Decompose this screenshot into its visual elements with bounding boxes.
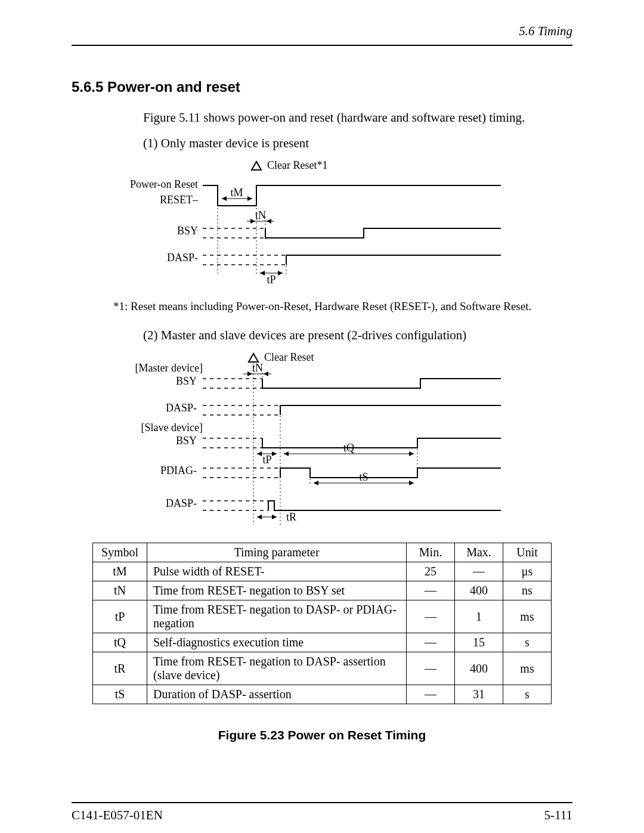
th-max: Max. xyxy=(455,543,503,562)
cell-min: — xyxy=(407,581,455,600)
cell-param: Pulse width of RESET- xyxy=(147,562,407,581)
svg-marker-8 xyxy=(250,219,255,224)
cell-min: — xyxy=(407,633,455,652)
d1-reset-minus: RESET– xyxy=(160,194,199,206)
th-unit: Unit xyxy=(503,543,552,562)
d1-bsy: BSY xyxy=(177,225,198,237)
timing-diagram-2: Clear Reset [Master device] BSY tN DASP-… xyxy=(119,349,525,528)
d1-clear-reset: Clear Reset*1 xyxy=(267,159,327,171)
cell-unit: ns xyxy=(503,581,552,600)
svg-marker-0 xyxy=(252,162,261,170)
svg-marker-27 xyxy=(409,451,414,456)
cell-param: Self-diagnostics execution time xyxy=(147,633,407,652)
table-row: tSDuration of DASP- assertion—31s xyxy=(93,685,552,704)
figure-caption: Figure 5.23 Power on Reset Timing xyxy=(72,728,572,742)
cell-min: — xyxy=(407,652,455,685)
svg-marker-33 xyxy=(257,515,262,519)
cell-symbol: tM xyxy=(93,562,147,581)
th-min: Min. xyxy=(407,543,455,562)
table-row: tMPulse width of RESET-25—μs xyxy=(93,562,552,581)
d2-slave: [Slave device] xyxy=(141,422,203,433)
cell-symbol: tS xyxy=(93,685,147,704)
cell-max: 31 xyxy=(455,685,503,704)
d2-tN: tN xyxy=(252,362,263,374)
table-row: tQSelf-diagnostics execution time—15s xyxy=(93,633,552,652)
svg-marker-19 xyxy=(264,371,268,376)
cell-param: Duration of DASP- assertion xyxy=(147,685,407,704)
d2-clear-reset: Clear Reset xyxy=(264,351,314,363)
intro-text: Figure 5.11 shows power-on and reset (ha… xyxy=(143,110,572,125)
svg-marker-18 xyxy=(247,371,252,376)
table-row: tPTime from RESET- negation to DASP- or … xyxy=(93,600,552,633)
d1-tN: tN xyxy=(255,209,266,221)
d2-dasp-m: DASP- xyxy=(166,402,197,414)
d2-master: [Master device] xyxy=(135,362,203,374)
cell-min: 25 xyxy=(407,562,455,581)
header-section: 5.6 Timing xyxy=(72,24,572,39)
svg-marker-34 xyxy=(272,515,277,519)
cell-unit: s xyxy=(503,633,552,652)
svg-marker-26 xyxy=(284,451,289,456)
cell-unit: s xyxy=(503,685,552,704)
case1-label: (1) Only master device is present xyxy=(143,136,572,151)
cell-unit: ms xyxy=(503,600,552,633)
svg-marker-4 xyxy=(222,196,227,201)
d1-tM: tM xyxy=(230,187,243,199)
cell-symbol: tP xyxy=(93,600,147,633)
cell-symbol: tQ xyxy=(93,633,147,652)
note-1: *1: Reset means including Power-on-Reset… xyxy=(113,300,572,313)
header-rule xyxy=(72,45,572,46)
d2-pdiag: PDIAG- xyxy=(160,465,197,476)
th-param: Timing parameter xyxy=(147,543,407,562)
section-heading: 5.6.5 Power-on and reset xyxy=(72,79,572,95)
svg-marker-9 xyxy=(267,219,271,224)
table-row: tNTime from RESET- negation to BSY set—4… xyxy=(93,581,552,600)
d2-bsy-m: BSY xyxy=(176,375,197,387)
d2-tQ: tQ xyxy=(343,442,354,454)
svg-marker-13 xyxy=(278,271,283,275)
svg-marker-23 xyxy=(257,451,262,456)
cell-max: — xyxy=(455,562,503,581)
d2-tS: tS xyxy=(359,471,368,483)
case2-label: (2) Master and slave devices are present… xyxy=(143,328,572,343)
cell-symbol: tR xyxy=(93,652,147,685)
footer-rule xyxy=(72,802,572,803)
d2-dasp-s: DASP- xyxy=(166,497,197,509)
table-row: tRTime from RESET- negation to DASP- ass… xyxy=(93,652,552,685)
cell-min: — xyxy=(407,685,455,704)
svg-marker-5 xyxy=(247,196,252,201)
cell-unit: ms xyxy=(503,652,552,685)
cell-symbol: tN xyxy=(93,581,147,600)
cell-max: 400 xyxy=(455,652,503,685)
doc-id: C141-E057-01EN xyxy=(72,808,163,823)
cell-param: Time from RESET- negation to BSY set xyxy=(147,581,407,600)
page-number: 5-111 xyxy=(544,808,572,823)
d2-tP: tP xyxy=(262,454,271,466)
cell-max: 400 xyxy=(455,581,503,600)
svg-marker-12 xyxy=(260,271,265,275)
cell-max: 15 xyxy=(455,633,503,652)
th-symbol: Symbol xyxy=(93,543,147,562)
svg-marker-14 xyxy=(249,354,258,362)
d1-power-on-reset: Power-on Reset xyxy=(130,178,198,190)
svg-marker-30 xyxy=(314,481,318,485)
d2-bsy-s: BSY xyxy=(176,435,197,447)
timing-table: Symbol Timing parameter Min. Max. Unit t… xyxy=(92,543,552,704)
cell-param: Time from RESET- negation to DASP- asser… xyxy=(147,652,407,685)
d1-dasp: DASP- xyxy=(167,252,198,264)
page: 5.6 Timing 5.6.5 Power-on and reset Figu… xyxy=(0,0,644,833)
cell-unit: μs xyxy=(503,562,552,581)
cell-max: 1 xyxy=(455,600,503,633)
d1-tP: tP xyxy=(267,274,275,286)
timing-diagram-1: Clear Reset*1 Power-on Reset RESET– tM B… xyxy=(119,157,525,288)
cell-param: Time from RESET- negation to DASP- or PD… xyxy=(147,600,407,633)
cell-min: — xyxy=(407,600,455,633)
d2-tR: tR xyxy=(286,511,296,523)
svg-marker-24 xyxy=(272,451,277,456)
svg-marker-31 xyxy=(409,481,414,485)
footer: C141-E057-01EN 5-111 xyxy=(72,802,572,823)
